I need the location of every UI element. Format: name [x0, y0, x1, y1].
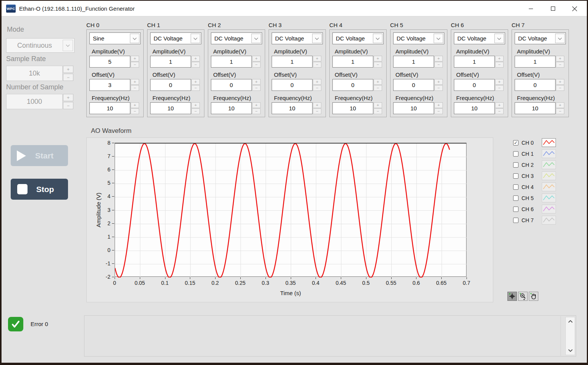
zoom-tool-button[interactable]	[518, 292, 528, 301]
amplitude-input[interactable]	[89, 56, 130, 68]
increment-button[interactable]: +	[63, 94, 73, 101]
waveform-type-select[interactable]: DC Voltage	[272, 32, 323, 44]
legend-line-swatch[interactable]	[542, 182, 556, 191]
decrement-button[interactable]: −	[313, 85, 321, 91]
decrement-button[interactable]: −	[313, 108, 321, 114]
channel-visibility-checkbox[interactable]	[513, 162, 518, 168]
legend-line-swatch[interactable]	[542, 171, 556, 180]
amplitude-input[interactable]	[150, 56, 191, 68]
amplitude-input[interactable]	[515, 56, 556, 68]
waveform-type-select[interactable]: DC Voltage	[150, 32, 201, 44]
chevron-down-icon[interactable]	[191, 34, 200, 43]
decrement-button[interactable]: −	[313, 62, 321, 68]
legend-line-swatch[interactable]	[542, 216, 556, 224]
offset-input[interactable]	[332, 79, 373, 91]
error-message-text[interactable]	[85, 316, 561, 356]
stop-button[interactable]: Stop	[11, 179, 68, 200]
decrement-button[interactable]: −	[131, 62, 139, 68]
waveform-type-select[interactable]: DC Voltage	[515, 32, 566, 44]
increment-button[interactable]: +	[63, 66, 73, 73]
legend-line-swatch[interactable]	[542, 205, 556, 213]
offset-input[interactable]	[150, 79, 191, 91]
increment-button[interactable]: +	[313, 102, 321, 108]
increment-button[interactable]: +	[556, 56, 564, 61]
increment-button[interactable]: +	[191, 79, 200, 85]
amplitude-input[interactable]	[332, 56, 373, 68]
decrement-button[interactable]: −	[556, 62, 564, 68]
decrement-button[interactable]: −	[556, 108, 564, 114]
legend-line-swatch[interactable]	[542, 160, 556, 169]
frequency-input[interactable]	[332, 102, 373, 114]
decrement-button[interactable]: −	[374, 108, 382, 114]
channel-visibility-checkbox[interactable]	[513, 151, 518, 157]
increment-button[interactable]: +	[191, 102, 200, 108]
frequency-input[interactable]	[515, 102, 556, 114]
legend-line-swatch[interactable]	[542, 138, 556, 147]
increment-button[interactable]: +	[252, 79, 261, 85]
increment-button[interactable]: +	[495, 56, 504, 61]
waveform-type-select[interactable]: DC Voltage	[393, 32, 444, 44]
decrement-button[interactable]: −	[63, 74, 73, 81]
increment-button[interactable]: +	[374, 79, 382, 85]
frequency-input[interactable]	[454, 102, 495, 114]
waveform-type-select[interactable]: DC Voltage	[454, 32, 505, 44]
increment-button[interactable]: +	[434, 56, 443, 61]
decrement-button[interactable]: −	[556, 85, 564, 91]
decrement-button[interactable]: −	[191, 108, 200, 114]
decrement-button[interactable]: −	[191, 85, 200, 91]
increment-button[interactable]: +	[556, 102, 564, 108]
decrement-button[interactable]: −	[495, 62, 504, 68]
increment-button[interactable]: +	[495, 102, 504, 108]
waveform-type-select[interactable]: DC Voltage	[211, 32, 262, 44]
legend-line-swatch[interactable]	[542, 149, 556, 158]
offset-input[interactable]	[393, 79, 434, 91]
num-samples-input[interactable]	[6, 94, 63, 109]
frequency-input[interactable]	[272, 102, 313, 114]
increment-button[interactable]: +	[556, 79, 564, 85]
increment-button[interactable]: +	[131, 79, 139, 85]
increment-button[interactable]: +	[313, 79, 321, 85]
increment-button[interactable]: +	[131, 56, 139, 61]
increment-button[interactable]: +	[374, 56, 382, 61]
chevron-down-icon[interactable]	[434, 34, 443, 43]
offset-input[interactable]	[89, 79, 130, 91]
frequency-input[interactable]	[89, 102, 130, 114]
channel-visibility-checkbox[interactable]	[513, 184, 518, 190]
channel-visibility-checkbox[interactable]	[513, 207, 518, 212]
waveform-type-select[interactable]: DC Voltage	[332, 32, 384, 44]
start-button[interactable]: Start	[11, 145, 68, 166]
amplitude-input[interactable]	[211, 56, 252, 68]
offset-input[interactable]	[272, 79, 313, 91]
decrement-button[interactable]: −	[434, 62, 443, 68]
frequency-input[interactable]	[211, 102, 252, 114]
decrement-button[interactable]: −	[191, 62, 200, 68]
pan-tool-button[interactable]	[529, 292, 538, 301]
decrement-button[interactable]: −	[252, 108, 261, 114]
channel-visibility-checkbox[interactable]: ✓	[513, 140, 518, 145]
chevron-down-icon[interactable]	[373, 34, 382, 43]
increment-button[interactable]: +	[191, 56, 200, 61]
sample-rate-input[interactable]	[6, 66, 63, 81]
chevron-down-icon[interactable]	[555, 34, 565, 43]
decrement-button[interactable]: −	[374, 62, 382, 68]
decrement-button[interactable]: −	[131, 108, 139, 114]
increment-button[interactable]: +	[252, 102, 261, 108]
vertical-scrollbar[interactable]	[565, 317, 575, 355]
frequency-input[interactable]	[393, 102, 434, 114]
decrement-button[interactable]: −	[252, 85, 261, 91]
channel-visibility-checkbox[interactable]	[513, 218, 518, 223]
offset-input[interactable]	[454, 79, 495, 91]
increment-button[interactable]: +	[252, 56, 261, 61]
decrement-button[interactable]: −	[374, 85, 382, 91]
mode-select[interactable]: Continuous	[6, 38, 75, 53]
scroll-down-button[interactable]	[566, 347, 575, 354]
decrement-button[interactable]: −	[495, 85, 504, 91]
increment-button[interactable]: +	[374, 102, 382, 108]
minimize-button[interactable]	[522, 1, 539, 16]
frequency-input[interactable]	[150, 102, 191, 114]
increment-button[interactable]: +	[434, 79, 443, 85]
legend-line-swatch[interactable]	[542, 194, 556, 202]
channel-visibility-checkbox[interactable]	[513, 195, 518, 201]
amplitude-input[interactable]	[393, 56, 434, 68]
chevron-down-icon[interactable]	[251, 34, 261, 43]
